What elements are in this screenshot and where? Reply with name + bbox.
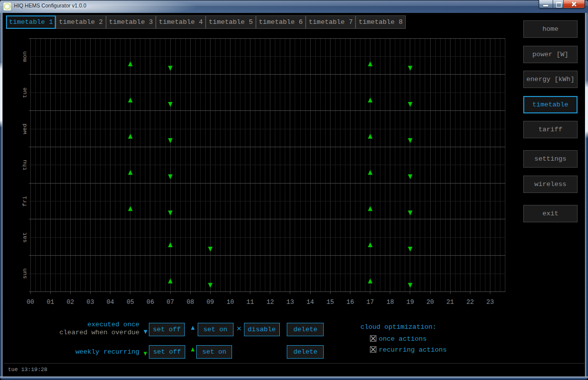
svg-text:23: 23 <box>486 299 494 306</box>
svg-text:fri: fri <box>21 196 28 206</box>
svg-text:14: 14 <box>307 299 314 306</box>
svg-text:22: 22 <box>467 299 474 306</box>
svg-text:03: 03 <box>87 299 94 306</box>
svg-text:02: 02 <box>67 299 74 306</box>
svg-text:20: 20 <box>426 299 434 306</box>
svg-text:11: 11 <box>246 299 254 306</box>
svg-text:09: 09 <box>207 299 214 306</box>
svg-text:19: 19 <box>406 299 414 306</box>
svg-text:08: 08 <box>187 299 194 306</box>
svg-text:07: 07 <box>167 299 174 306</box>
svg-text:wed: wed <box>21 123 28 134</box>
svg-text:17: 17 <box>366 299 374 306</box>
svg-text:18: 18 <box>386 299 394 306</box>
svg-text:10: 10 <box>227 299 234 306</box>
svg-text:sat: sat <box>21 232 28 243</box>
svg-text:sun: sun <box>21 268 28 279</box>
svg-text:thu: thu <box>21 160 28 170</box>
svg-text:04: 04 <box>107 299 114 306</box>
svg-text:13: 13 <box>286 299 294 306</box>
svg-text:01: 01 <box>47 299 54 306</box>
svg-text:mon: mon <box>21 51 28 62</box>
svg-text:16: 16 <box>347 299 354 306</box>
svg-text:21: 21 <box>447 299 454 306</box>
svg-text:06: 06 <box>146 299 154 306</box>
svg-text:15: 15 <box>327 299 334 306</box>
svg-text:tue: tue <box>21 88 28 98</box>
svg-text:12: 12 <box>266 299 274 306</box>
svg-text:00: 00 <box>26 299 34 306</box>
svg-text:05: 05 <box>126 299 134 306</box>
